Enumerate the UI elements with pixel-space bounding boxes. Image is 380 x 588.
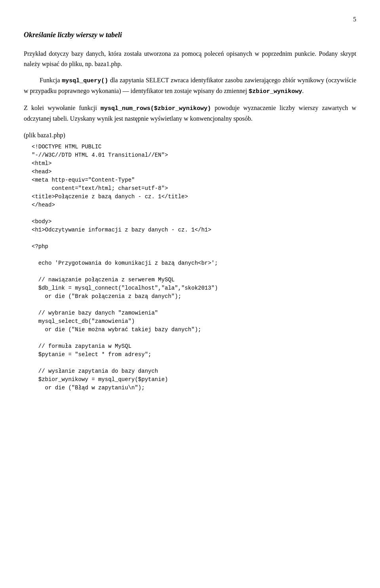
paragraph-2: Funkcja mysql_query() dla zapytania SELE… bbox=[24, 75, 356, 97]
inline-code-mysql-num-rows: mysql_num_rows($zbior_wynikowy) bbox=[101, 105, 211, 112]
paragraph-3: Z kolei wywołanie funkcji mysql_num_rows… bbox=[24, 103, 356, 124]
inline-code-zbior-wynikowy: $zbior_wynikowy bbox=[249, 88, 302, 95]
or-keyword-3: or bbox=[45, 385, 52, 391]
inline-code-mysql-query: mysql_query() bbox=[62, 78, 108, 84]
page-number: 5 bbox=[24, 16, 356, 23]
or-keyword-2: or bbox=[45, 326, 52, 333]
file-label: (plik baza1.php) bbox=[24, 132, 356, 139]
code-block: <!DOCTYPE HTML PUBLIC "-//W3C//DTD HTML … bbox=[32, 143, 356, 392]
chapter-title: Określanie liczby wierszy w tabeli bbox=[24, 31, 356, 39]
or-keyword-1: or bbox=[45, 293, 52, 300]
paragraph-1: Przykład dotyczy bazy danych, która zost… bbox=[24, 49, 356, 69]
